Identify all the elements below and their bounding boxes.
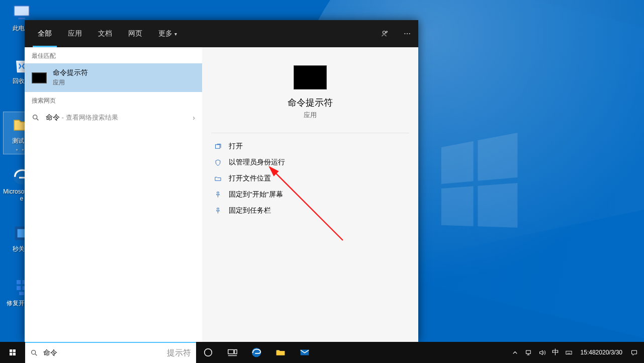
pc-icon (12, 3, 32, 23)
svg-rect-29 (526, 350, 530, 353)
taskbar-app-mail[interactable] (293, 342, 317, 363)
action-label: 固定到任务栏 (229, 206, 271, 215)
open-icon (214, 143, 222, 150)
chevron-right-icon: › (193, 114, 195, 122)
svg-point-12 (407, 33, 408, 34)
search-icon (30, 349, 38, 357)
result-subtitle: 应用 (53, 78, 88, 87)
shield-icon (214, 159, 222, 166)
svg-point-11 (404, 33, 405, 34)
action-open[interactable]: 打开 (202, 138, 418, 154)
system-tray: 中 15:48 2020/3/30 (508, 342, 644, 363)
search-results-list: 最佳匹配 命令提示符 应用 搜索网页 命令 - 查看网络搜索结果 › (25, 47, 202, 342)
search-tabs: 全部 应用 文档 网页 更多 (25, 20, 418, 47)
svg-rect-30 (566, 351, 571, 354)
svg-rect-28 (301, 350, 309, 355)
svg-point-21 (32, 350, 36, 354)
start-button[interactable] (0, 342, 25, 363)
keyboard-icon (565, 349, 573, 356)
taskbar-app-edge[interactable] (244, 342, 268, 363)
tab-docs[interactable]: 文档 (90, 20, 120, 47)
search-flyout: 全部 应用 文档 网页 更多 最佳匹配 命令提示符 应用 搜索网页 (25, 20, 418, 342)
svg-rect-17 (10, 349, 12, 352)
svg-point-13 (409, 33, 410, 34)
tray-ime-keyboard[interactable] (562, 342, 576, 363)
tray-time: 15:48 (581, 349, 596, 356)
tray-overflow[interactable] (508, 342, 522, 363)
folder-icon (275, 347, 286, 358)
pin-icon (214, 207, 222, 215)
svg-rect-1 (18, 18, 25, 19)
section-best-match: 最佳匹配 (25, 47, 202, 63)
svg-rect-0 (14, 6, 29, 16)
taskbar-search[interactable]: 提示符 (25, 342, 196, 363)
windows-icon (9, 348, 17, 356)
notifications-icon (630, 349, 638, 356)
tray-clock[interactable]: 15:48 2020/3/30 (576, 342, 627, 363)
result-title: 命令提示符 (53, 68, 88, 77)
edge-icon (251, 347, 262, 358)
web-query: 命令 (46, 113, 60, 121)
svg-rect-5 (17, 280, 21, 284)
svg-rect-18 (13, 349, 16, 352)
folder-icon (214, 175, 222, 183)
action-label: 打开文件位置 (229, 174, 271, 183)
cortana-icon (203, 347, 214, 358)
svg-rect-19 (10, 353, 12, 355)
svg-point-10 (383, 31, 385, 34)
svg-point-14 (33, 115, 37, 119)
preview-subtitle: 应用 (202, 111, 418, 120)
pin-icon (214, 191, 222, 199)
chevron-up-icon (511, 349, 519, 356)
tab-more[interactable]: 更多 (150, 20, 185, 47)
action-run-as-admin[interactable]: 以管理员身份运行 (202, 154, 418, 170)
web-hint: - 查看网络搜索结果 (60, 114, 118, 121)
svg-rect-9 (19, 292, 24, 295)
svg-point-22 (205, 349, 212, 356)
network-icon (525, 349, 532, 356)
search-preview-panel: 命令提示符 应用 打开 以管理员身份运行 打开文件位置 固定到"开始"屏幕 (202, 47, 418, 342)
action-open-file-location[interactable]: 打开文件位置 (202, 170, 418, 187)
action-pin-to-start[interactable]: 固定到"开始"屏幕 (202, 187, 418, 203)
task-view-icon (227, 347, 238, 358)
action-label: 固定到"开始"屏幕 (229, 190, 283, 199)
svg-rect-7 (17, 286, 21, 290)
preview-title: 命令提示符 (202, 97, 418, 109)
feedback-icon[interactable] (374, 20, 396, 47)
result-best-match[interactable]: 命令提示符 应用 (25, 63, 202, 92)
svg-rect-24 (235, 350, 237, 354)
mail-icon (299, 347, 310, 358)
tray-network[interactable] (522, 342, 535, 363)
svg-rect-15 (216, 144, 220, 148)
tray-action-center[interactable] (627, 342, 641, 363)
svg-rect-23 (228, 350, 234, 354)
preview-cmd-icon (294, 65, 327, 89)
taskbar-cortana[interactable] (196, 342, 220, 363)
tray-volume[interactable] (535, 342, 549, 363)
volume-icon (538, 349, 546, 356)
taskbar: 提示符 中 15:48 2020/3/30 (0, 342, 644, 363)
tab-all[interactable]: 全部 (30, 20, 60, 47)
action-label: 打开 (229, 142, 243, 151)
svg-rect-20 (13, 353, 16, 355)
svg-rect-27 (277, 351, 285, 355)
result-web-search[interactable]: 命令 - 查看网络搜索结果 › (25, 108, 202, 127)
tab-web[interactable]: 网页 (120, 20, 150, 47)
search-icon (32, 114, 40, 122)
more-options-icon[interactable] (396, 20, 418, 47)
tray-ime[interactable]: 中 (549, 342, 562, 363)
section-search-web: 搜索网页 (25, 92, 202, 108)
cmd-icon (32, 72, 47, 83)
action-pin-to-taskbar[interactable]: 固定到任务栏 (202, 203, 418, 219)
tray-date: 2020/3/30 (596, 349, 622, 356)
action-label: 以管理员身份运行 (229, 158, 285, 167)
tab-apps[interactable]: 应用 (60, 20, 90, 47)
taskbar-task-view[interactable] (220, 342, 244, 363)
taskbar-app-explorer[interactable] (268, 342, 293, 363)
